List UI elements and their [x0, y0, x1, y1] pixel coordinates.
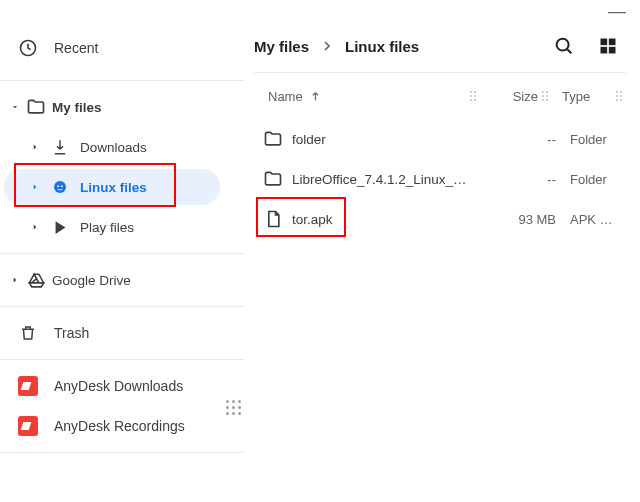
- google-drive-icon: [26, 271, 46, 290]
- svg-rect-8: [609, 47, 616, 54]
- sidebar-item-label: Google Drive: [52, 273, 131, 288]
- clock-icon: [18, 38, 38, 58]
- file-list: folder -- Folder LibreOffice_7.4.1.2_Lin…: [254, 119, 626, 239]
- chevron-down-icon: [10, 101, 20, 113]
- column-label: Type: [562, 89, 590, 104]
- main-panel: My files Linux files Name: [244, 0, 640, 502]
- search-button[interactable]: [546, 28, 582, 64]
- chevron-right-icon: [30, 222, 40, 232]
- anydesk-icon: [18, 376, 38, 396]
- column-size[interactable]: Size: [480, 89, 538, 104]
- table-row[interactable]: folder -- Folder: [254, 119, 626, 159]
- anydesk-icon: [18, 416, 38, 436]
- column-name[interactable]: Name: [254, 89, 466, 104]
- sidebar-item-label: Play files: [80, 220, 134, 235]
- sort-asc-icon: [309, 90, 322, 103]
- sidebar-item-google-drive[interactable]: Google Drive: [0, 260, 244, 300]
- column-resize-handle[interactable]: [538, 91, 552, 101]
- file-size: 93 MB: [484, 212, 556, 227]
- sidebar: Recent My files Downloads: [0, 0, 244, 502]
- file-size: --: [484, 172, 556, 187]
- divider: [0, 306, 244, 307]
- folder-icon: [254, 169, 292, 189]
- sidebar-item-linux-files[interactable]: Linux files: [0, 167, 244, 207]
- divider: [0, 359, 244, 360]
- linux-icon: [50, 178, 70, 196]
- svg-point-2: [57, 185, 59, 187]
- sidebar-item-downloads[interactable]: Downloads: [0, 127, 244, 167]
- play-store-icon: [50, 219, 70, 236]
- divider: [0, 452, 244, 453]
- download-icon: [50, 138, 70, 156]
- sidebar-item-label: Linux files: [80, 180, 147, 195]
- chevron-right-icon: [30, 142, 40, 152]
- file-name: folder: [292, 132, 484, 147]
- file-type: APK …: [556, 212, 626, 227]
- window-minimize[interactable]: —: [608, 6, 626, 16]
- sidebar-item-play-files[interactable]: Play files: [0, 207, 244, 247]
- table-row[interactable]: tor.apk 93 MB APK …: [254, 199, 626, 239]
- column-headers: Name Size Type: [254, 73, 626, 119]
- table-row[interactable]: LibreOffice_7.4.1.2_Linux_… -- Folder: [254, 159, 626, 199]
- svg-rect-7: [601, 47, 608, 54]
- chevron-right-icon: [30, 182, 40, 192]
- chevron-right-icon: [319, 38, 335, 54]
- view-grid-button[interactable]: [590, 28, 626, 64]
- sidebar-item-label: AnyDesk Downloads: [54, 378, 183, 394]
- sidebar-item-recent[interactable]: Recent: [0, 28, 244, 68]
- file-size: --: [484, 132, 556, 147]
- sidebar-item-label: AnyDesk Recordings: [54, 418, 185, 434]
- column-resize-handle[interactable]: [612, 91, 626, 101]
- folder-icon: [26, 97, 46, 117]
- breadcrumb-root[interactable]: My files: [254, 38, 309, 55]
- column-resize-handle[interactable]: [466, 91, 480, 101]
- column-type[interactable]: Type: [552, 89, 612, 104]
- breadcrumb-current: Linux files: [345, 38, 419, 55]
- svg-point-1: [54, 181, 66, 193]
- svg-point-4: [557, 39, 569, 51]
- file-type: Folder: [556, 172, 626, 187]
- sidebar-item-anydesk-downloads[interactable]: AnyDesk Downloads: [0, 366, 244, 406]
- file-name: LibreOffice_7.4.1.2_Linux_…: [292, 172, 484, 187]
- file-icon: [254, 209, 292, 229]
- search-icon: [553, 35, 575, 57]
- trash-icon: [18, 324, 38, 342]
- folder-icon: [254, 129, 292, 149]
- file-name: tor.apk: [292, 212, 484, 227]
- sidebar-item-label: Recent: [54, 40, 98, 56]
- sidebar-item-trash[interactable]: Trash: [0, 313, 244, 353]
- svg-rect-5: [601, 39, 608, 46]
- svg-point-3: [61, 185, 63, 187]
- sidebar-item-label: Downloads: [80, 140, 147, 155]
- divider: [0, 80, 244, 81]
- file-type: Folder: [556, 132, 626, 147]
- sidebar-item-anydesk-recordings[interactable]: AnyDesk Recordings: [0, 406, 244, 446]
- sidebar-item-label: My files: [52, 100, 102, 115]
- drag-handle-icon[interactable]: [226, 400, 244, 418]
- column-label: Name: [268, 89, 303, 104]
- grid-icon: [598, 36, 618, 56]
- breadcrumb: My files Linux files: [254, 38, 419, 55]
- chevron-right-icon: [10, 275, 20, 285]
- svg-rect-6: [609, 39, 616, 46]
- column-label: Size: [513, 89, 538, 104]
- divider: [0, 253, 244, 254]
- sidebar-item-myfiles[interactable]: My files: [0, 87, 244, 127]
- sidebar-item-label: Trash: [54, 325, 89, 341]
